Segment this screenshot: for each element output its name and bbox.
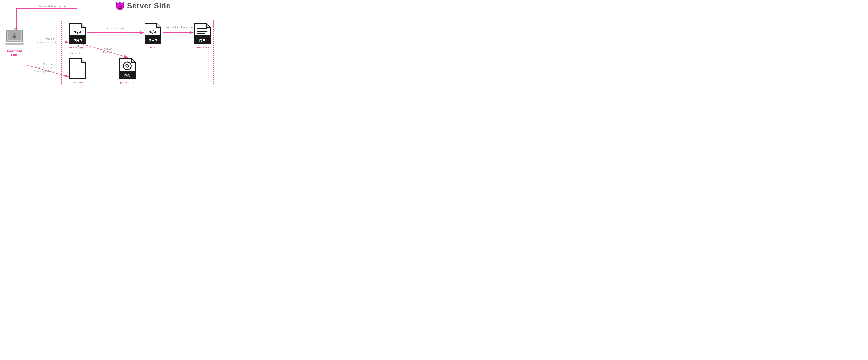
devil-icon: 😈 [115, 2, 125, 10]
ps-gen-svg: PS [118, 58, 136, 80]
http-baixar-label: HTTP Request/baixar/<lure>/descargar/<lu… [26, 62, 62, 73]
htaccess-svg [69, 58, 87, 80]
ps-gen-label: ps_gen.ps1 [120, 81, 134, 84]
server-title-text: Server Side [127, 2, 170, 10]
links-sqlite-svg: DB [193, 23, 211, 45]
svg-text:</>: </> [149, 29, 157, 35]
ps-gen-icon: PS ps_gen.ps1 [118, 58, 136, 84]
svg-text:PS: PS [124, 73, 130, 79]
laptop-label: Download Link [7, 49, 22, 57]
http-descarga-label: HTTP Request/descarga/<lure> [29, 37, 63, 44]
descarga-php-svg: PHP </> [69, 23, 87, 45]
db-php-svg: PHP </> [144, 23, 162, 45]
links-sqlite-icon: DB links.sqlite [193, 23, 211, 49]
descarga-php-icon: PHP </> descarga.php [69, 23, 87, 49]
htaccess-icon: .htaccess [69, 58, 87, 84]
svg-text:</>: </> [74, 29, 82, 35]
svg-text:PHP: PHP [73, 38, 82, 43]
links-sqlite-label: links.sqlite [196, 46, 209, 49]
diagram-container: Return Malicious Archive HTTP Request/de… [0, 0, 217, 90]
db-php-label: db.php [149, 46, 157, 49]
descarga-php-label: descarga.php [69, 46, 86, 49]
svg-point-6 [14, 29, 15, 30]
htaccess-label: .htaccess [72, 81, 84, 84]
laptop-svg [4, 29, 25, 48]
return-malicious-label: Return Malicious Archive [32, 4, 75, 8]
svg-text:DB: DB [199, 38, 206, 43]
server-title: 😈 Server Side [115, 2, 170, 10]
db-php-icon: PHP </> db.php [144, 23, 162, 49]
svg-text:PHP: PHP [148, 38, 157, 43]
laptop-icon: Download Link [4, 29, 25, 57]
